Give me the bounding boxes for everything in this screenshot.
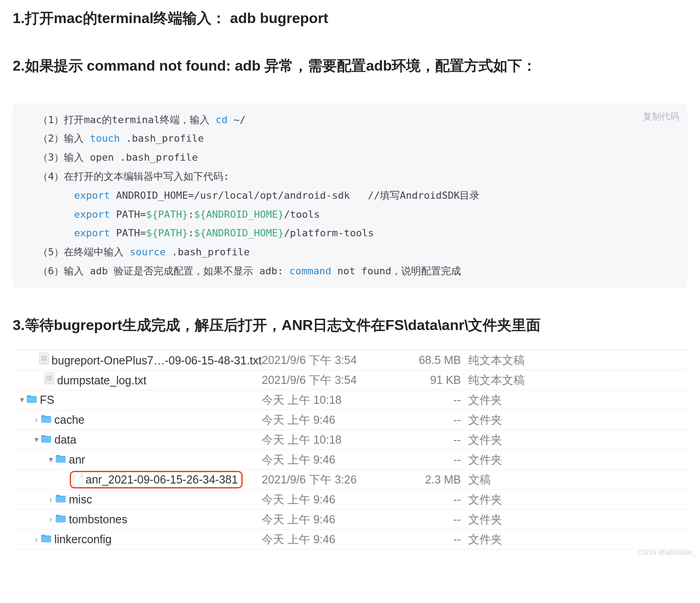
file-tree: bugreport-OnePlus7…-09-06-15-48-31.txt20… [13, 350, 687, 550]
text-document-icon [39, 353, 49, 364]
file-kind: 文件夹 [466, 432, 687, 447]
file-size: -- [407, 413, 466, 426]
file-name: tombstones [69, 513, 127, 526]
file-name: anr_2021-09-06-15-26-34-381 [86, 473, 238, 486]
file-kind: 文件夹 [466, 492, 687, 507]
table-row[interactable]: ▾data今天 上午 10:18--文件夹 [13, 430, 687, 450]
table-row[interactable]: ▾FS今天 上午 10:18--文件夹 [13, 390, 687, 410]
text-document-icon [44, 373, 54, 384]
folder-icon [41, 414, 52, 425]
disclosure-triangle-icon[interactable]: › [46, 495, 55, 504]
file-kind: 文件夹 [466, 412, 687, 427]
file-size: -- [407, 453, 466, 466]
table-row[interactable]: bugreport-OnePlus7…-09-06-15-48-31.txt20… [13, 350, 687, 370]
file-name: linkerconfig [54, 533, 111, 546]
file-kind: 文件夹 [466, 532, 687, 547]
table-row[interactable]: ›misc今天 上午 9:46--文件夹 [13, 490, 687, 510]
table-row[interactable]: ›linkerconfig今天 上午 9:46--文件夹 [13, 530, 687, 550]
table-row[interactable]: ›tombstones今天 上午 9:46--文件夹 [13, 510, 687, 530]
file-date: 今天 上午 9:46 [262, 512, 407, 527]
file-name: FS [40, 393, 54, 406]
table-row[interactable]: anr_2021-09-06-15-26-34-3812021/9/6 下午 3… [13, 470, 687, 490]
file-size: -- [407, 493, 466, 506]
file-name: misc [69, 493, 92, 506]
file-name: anr [69, 453, 85, 466]
file-date: 今天 上午 9:46 [262, 532, 407, 547]
folder-icon [55, 454, 66, 464]
table-row[interactable]: ›cache今天 上午 9:46--文件夹 [13, 410, 687, 430]
folder-icon [41, 434, 52, 445]
file-name: bugreport-OnePlus7…-09-06-15-48-31.txt [52, 354, 262, 367]
file-size: 2.3 MB [407, 473, 466, 486]
file-kind: 文件夹 [466, 392, 687, 407]
file-name: dumpstate_log.txt [57, 374, 146, 387]
watermark: CSDN @adorable_ [637, 548, 695, 556]
disclosure-triangle-icon[interactable]: › [46, 515, 55, 524]
table-row[interactable]: dumpstate_log.txt2021/9/6 下午 3:5491 KB纯文… [13, 370, 687, 390]
file-kind: 纯文本文稿 [466, 373, 687, 388]
page-root: 1.打开mac的terminal终端输入： adb bugreport 2.如果… [0, 0, 700, 558]
file-date: 今天 上午 10:18 [262, 392, 407, 407]
heading-3: 3.等待bugreport生成完成，解压后打开，ANR日志文件在FS\data\… [13, 315, 687, 335]
folder-icon [26, 394, 37, 405]
file-size: -- [407, 513, 466, 526]
file-date: 今天 上午 9:46 [262, 452, 407, 467]
copy-code-button[interactable]: 复制代码 [643, 108, 679, 125]
heading-2: 2.如果提示 command not found: adb 异常，需要配置adb… [13, 56, 687, 76]
folder-icon [55, 493, 66, 504]
file-size: 91 KB [407, 373, 466, 387]
file-name: cache [54, 413, 85, 426]
document-icon [73, 474, 83, 485]
disclosure-triangle-icon[interactable]: ▾ [17, 395, 26, 405]
heading-1: 1.打开mac的terminal终端输入： adb bugreport [13, 8, 687, 29]
file-kind: 文件夹 [466, 452, 687, 467]
file-date: 2021/9/6 下午 3:54 [262, 373, 407, 388]
file-date: 今天 上午 9:46 [262, 492, 407, 507]
file-date: 2021/9/6 下午 3:26 [262, 472, 407, 487]
file-date: 今天 上午 9:46 [262, 412, 407, 427]
folder-icon [55, 513, 66, 524]
file-kind: 文稿 [466, 472, 687, 487]
file-size: -- [407, 433, 466, 446]
disclosure-triangle-icon[interactable]: › [32, 535, 41, 544]
file-size: -- [407, 393, 466, 407]
file-size: -- [407, 533, 466, 546]
file-kind: 文件夹 [466, 512, 687, 527]
file-date: 2021/9/6 下午 3:54 [262, 353, 407, 368]
file-name: data [54, 433, 77, 446]
disclosure-triangle-icon[interactable]: ▾ [32, 435, 41, 445]
folder-icon [41, 533, 52, 544]
disclosure-triangle-icon[interactable]: ▾ [46, 455, 55, 464]
file-kind: 纯文本文稿 [466, 353, 687, 368]
disclosure-triangle-icon[interactable]: › [32, 415, 41, 425]
table-row[interactable]: ▾anr今天 上午 9:46--文件夹 [13, 450, 687, 470]
file-date: 今天 上午 10:18 [262, 432, 407, 447]
code-block: 复制代码 （1）打开mac的terminal终端，输入 cd ~/ （2）输入 … [13, 103, 687, 288]
file-size: 68.5 MB [407, 354, 466, 367]
